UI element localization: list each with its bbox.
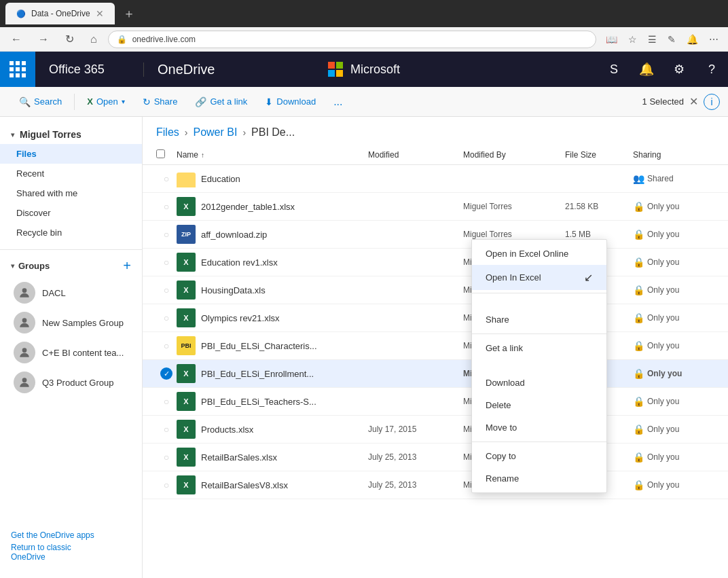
more-button[interactable]: ⋯ xyxy=(705,31,723,48)
group-item-q3[interactable]: Q3 Product Group xyxy=(0,367,142,397)
download-button[interactable]: ⬇ Download xyxy=(257,92,324,111)
skype-button[interactable]: S xyxy=(598,52,630,87)
ctx-download[interactable]: Get a link xyxy=(472,337,606,359)
menu-button[interactable]: ☰ xyxy=(644,31,661,48)
table-row[interactable]: ○ X Olympics rev21.xlsx Miguel Torres 2.… xyxy=(143,304,728,332)
row-check-5[interactable]: ○ xyxy=(156,312,177,323)
svg-point-6 xyxy=(22,348,27,353)
ctx-sep-3 xyxy=(472,441,606,442)
waffle-button[interactable] xyxy=(0,52,35,87)
table-row[interactable]: ○ X RetailBarSales.xlsx July 25, 2013 Mi… xyxy=(143,444,728,471)
row-check-1[interactable]: ○ xyxy=(156,201,177,212)
row-check-8[interactable]: ○ xyxy=(156,396,177,407)
info-button[interactable]: i xyxy=(704,94,720,110)
refresh-button[interactable]: ↻ xyxy=(60,30,79,48)
ctx-get-link[interactable]: Share xyxy=(472,308,606,331)
sidebar-item-recent[interactable]: Recent xyxy=(0,164,142,183)
table-row[interactable]: ○ X RetailBarSalesV8.xlsx July 25, 2013 … xyxy=(143,471,728,499)
breadcrumb-powerbi[interactable]: Power BI xyxy=(193,126,237,139)
group-item-cebi[interactable]: C+E BI content tea... xyxy=(0,338,142,367)
table-row[interactable]: ○ X Products.xlsx July 17, 2015 Miguel T… xyxy=(143,416,728,444)
sidebar-item-shared[interactable]: Shared with me xyxy=(0,183,142,203)
header-size[interactable]: File Size xyxy=(565,150,633,160)
ctx-delete[interactable] xyxy=(472,359,606,372)
group-item-new-samples[interactable]: New Samples Group xyxy=(0,308,142,338)
home-button[interactable]: ⌂ xyxy=(85,31,103,48)
sidebar-item-recycle[interactable]: Recycle bin xyxy=(0,223,142,242)
new-tab-button[interactable]: ＋ xyxy=(123,5,135,22)
pbi-icon-6: PBI xyxy=(177,336,196,355)
get-link-button[interactable]: 🔗 Get a link xyxy=(187,92,255,111)
table-row[interactable]: ○ Education 👥 Shared xyxy=(143,165,728,193)
group-item-dacl[interactable]: DACL xyxy=(0,278,142,308)
deselect-button[interactable]: ✕ xyxy=(689,95,698,108)
table-row-selected[interactable]: ✓ X PBI_Edu_ELSi_Enrollment... Miguel To… xyxy=(143,360,728,388)
ctx-share[interactable] xyxy=(472,296,606,308)
ctx-move-to[interactable]: Download xyxy=(472,372,606,394)
sidebar-item-files[interactable]: Files xyxy=(0,144,142,164)
bookmarks-button[interactable]: 📖 xyxy=(602,31,621,48)
row-check-0[interactable]: ○ xyxy=(156,173,177,184)
header-modified-by[interactable]: Modified By xyxy=(463,150,565,160)
tab-close-button[interactable]: ✕ xyxy=(96,8,104,19)
group-avatar-q3 xyxy=(14,372,35,393)
search-toolbar-button[interactable]: 🔍 Search xyxy=(11,92,70,111)
header-date[interactable]: Modified xyxy=(368,150,463,160)
ctx-rename[interactable]: Move to xyxy=(472,416,606,439)
settings-button[interactable]: ⚙ xyxy=(663,52,695,87)
share-button[interactable]: ↻ Share xyxy=(134,92,186,111)
lock-icon-3: 🔒 xyxy=(633,257,644,268)
table-row[interactable]: ○ X HousingData.xls Miguel Torres 1.6 MB… xyxy=(143,276,728,304)
row-check-3[interactable]: ○ xyxy=(156,257,177,268)
user-chevron-icon: ▾ xyxy=(11,131,14,139)
file-size-2: 1.5 MB xyxy=(565,230,633,239)
extensions-button[interactable]: 🔔 xyxy=(682,31,702,48)
ctx-copy-to[interactable]: Delete xyxy=(472,394,606,416)
row-check-6[interactable]: ○ xyxy=(156,340,177,351)
selected-text: 1 Selected xyxy=(642,96,684,107)
ctx-details[interactable]: Rename xyxy=(472,467,606,490)
table-row[interactable]: ○ PBI PBI_Edu_ELSi_Characteris... Miguel… xyxy=(143,332,728,360)
header-name[interactable]: Name ↑ xyxy=(177,150,368,160)
address-bar[interactable]: 🔒 onedrive.live.com xyxy=(108,31,596,48)
table-row[interactable]: ○ ZIP aff_download.zip Miguel Torres 1.5… xyxy=(143,221,728,249)
table-row[interactable]: ○ X 2012gender_table1.xlsx Miguel Torres… xyxy=(143,193,728,221)
groups-header-toggle[interactable]: ▾ Groups xyxy=(11,261,123,271)
open-label: Open xyxy=(96,96,118,107)
selected-check-icon: ✓ xyxy=(160,367,172,380)
header-sharing[interactable]: Sharing xyxy=(633,150,714,160)
row-check-9[interactable]: ○ xyxy=(156,424,177,435)
table-row[interactable]: ○ X PBI_Edu_ELSi_Teachers-S... Miguel To… xyxy=(143,388,728,416)
more-options-button[interactable]: ... xyxy=(325,92,350,112)
open-button[interactable]: X Open ▾ xyxy=(79,92,132,111)
row-check-2[interactable]: ○ xyxy=(156,229,177,240)
add-group-button[interactable]: + xyxy=(123,258,131,274)
select-all-checkbox[interactable] xyxy=(156,149,165,158)
tools-button[interactable]: ✎ xyxy=(663,31,680,48)
search-icon: 🔍 xyxy=(19,96,31,107)
ctx-open-excel-online[interactable]: Open in Excel Online xyxy=(472,242,606,265)
row-check-11[interactable]: ○ xyxy=(156,480,177,490)
row-check-10[interactable]: ○ xyxy=(156,452,177,463)
star-button[interactable]: ☆ xyxy=(624,31,641,48)
user-item[interactable]: ▾ Miguel Torres xyxy=(0,125,142,144)
sort-icon: ↑ xyxy=(201,151,204,159)
row-check-7[interactable]: ✓ xyxy=(156,367,177,380)
ctx-open-in-excel[interactable]: Open In Excel ↙ xyxy=(472,265,606,290)
ctx-version-history[interactable]: Copy to xyxy=(472,445,606,467)
back-button[interactable]: ← xyxy=(5,31,27,48)
share-icon: ↻ xyxy=(143,96,151,107)
notifications-button[interactable]: 🔔 xyxy=(630,52,663,87)
sidebar-item-discover[interactable]: Discover xyxy=(0,203,142,223)
table-row[interactable]: ○ X Education rev1.xlsx Miguel Torres 32… xyxy=(143,249,728,276)
get-apps-link[interactable]: Get the OneDrive apps xyxy=(11,530,131,540)
forward-button[interactable]: → xyxy=(33,31,54,48)
classic-link[interactable]: Return to classicOneDrive xyxy=(11,543,131,562)
row-check-4[interactable]: ○ xyxy=(156,285,177,295)
ctx-sep-1 xyxy=(472,293,606,293)
header-check[interactable] xyxy=(156,149,177,160)
breadcrumb-files[interactable]: Files xyxy=(156,126,179,139)
lock-icon-10: 🔒 xyxy=(633,452,644,463)
browser-tab-active[interactable]: 🔵 Data - OneDrive ✕ xyxy=(5,3,115,24)
help-button[interactable]: ? xyxy=(695,52,728,87)
